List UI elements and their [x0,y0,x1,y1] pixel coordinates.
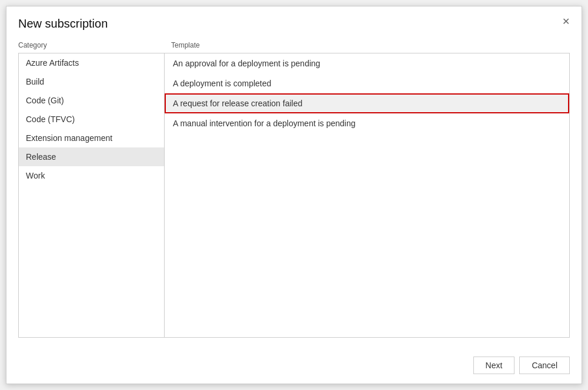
content-area: Azure Artifacts Build Code (Git) Code (T… [18,53,570,338]
category-column-header: Category [18,41,164,49]
next-button[interactable]: Next [473,357,515,374]
column-headers: Category Template [18,36,570,53]
template-panel: An approval for a deployment is pending … [165,53,569,337]
template-item-deployment-completed[interactable]: A deployment is completed [165,73,569,93]
new-subscription-dialog: New subscription ✕ Category Template Azu… [6,6,582,384]
category-item-extension-management[interactable]: Extension management [19,129,164,147]
category-item-azure-artifacts[interactable]: Azure Artifacts [19,53,164,72]
category-item-work[interactable]: Work [19,166,164,185]
template-item-release-creation-failed[interactable]: A request for release creation failed [165,93,569,113]
close-button[interactable]: ✕ [562,17,570,26]
dialog-title: New subscription [18,17,108,31]
category-item-code-tfvc[interactable]: Code (TFVC) [19,110,164,129]
dialog-header: New subscription ✕ [6,6,582,36]
category-item-code-git[interactable]: Code (Git) [19,91,164,110]
template-column-header: Template [164,41,200,49]
category-item-release[interactable]: Release [19,147,164,166]
template-item-approval-pending[interactable]: An approval for a deployment is pending [165,53,569,73]
category-panel: Azure Artifacts Build Code (Git) Code (T… [19,53,165,337]
dialog-footer: Next Cancel [6,349,582,384]
template-item-manual-intervention[interactable]: A manual intervention for a deployment i… [165,113,569,133]
category-item-build[interactable]: Build [19,72,164,91]
dialog-body: Category Template Azure Artifacts Build … [6,36,582,349]
cancel-button[interactable]: Cancel [519,357,570,374]
